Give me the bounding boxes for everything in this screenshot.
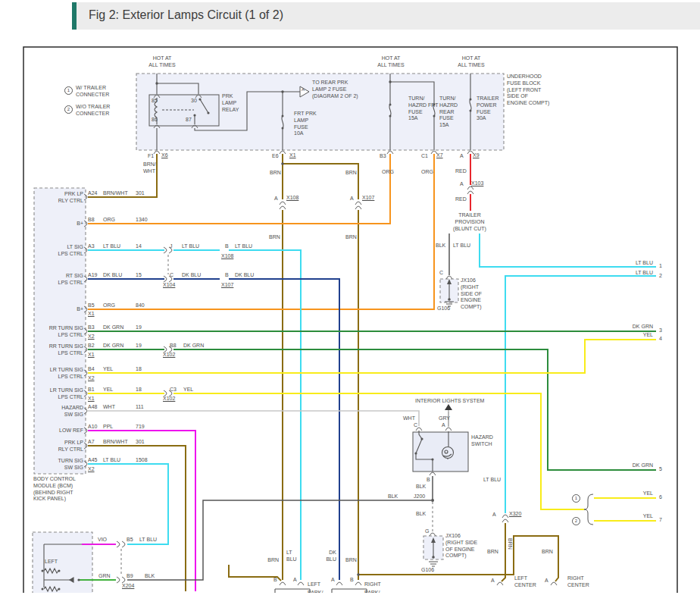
pin-c1: C1 xyxy=(421,153,428,160)
connector-x107-b: X107 xyxy=(221,282,233,289)
solid-boxes xyxy=(149,95,468,472)
connector-x1: X1 xyxy=(289,152,296,159)
bcm-pin: B3 xyxy=(88,324,95,331)
bcm-row-label: B+ xyxy=(32,221,83,227)
bcm-name-label: BODY CONTROL MODULE (BCM) (BEHIND RIGHT … xyxy=(33,476,76,503)
hot-at-label-1: HOT AT ALL TIMES xyxy=(139,55,185,69)
hazard-pin-a: A xyxy=(442,422,445,429)
pin-b9-x204: B9 xyxy=(127,573,133,580)
connector-x320: X320 xyxy=(509,511,521,518)
bcm-circuit: 15 xyxy=(136,272,142,279)
connector-x107: X107 xyxy=(362,195,374,202)
trailer-option-brace xyxy=(584,494,593,525)
hazard-switch-label: HAZARD SWITCH xyxy=(471,434,493,448)
connector-x7: X7 xyxy=(436,152,443,159)
pin-b-x107: B xyxy=(225,272,229,279)
bcm-wire-color: ORG xyxy=(103,302,115,309)
edge-wire-label-5: DK GRN xyxy=(609,462,653,469)
trailer-power-fuse-label: TRAILER POWER FUSE 30A xyxy=(477,96,499,122)
bcm-row-label: RR TURN SIG LPS CTRL xyxy=(32,325,83,339)
bcm-pin: B5 xyxy=(88,302,95,309)
pin-b3: B3 xyxy=(380,153,386,160)
wire-brn-x107-top: BRN xyxy=(345,170,357,177)
hot-at-label-2: HOT AT ALL TIMES xyxy=(368,55,414,69)
edge-wire-label-7: YEL xyxy=(609,513,653,520)
bcm-pin: A7 xyxy=(88,439,95,446)
edge-wire-label-1: LT BLU xyxy=(609,260,653,267)
edge-number-1: 1 xyxy=(659,263,662,270)
wire-wht-label: WHT xyxy=(403,415,415,422)
bcm-xcode: X2 xyxy=(88,334,95,340)
bcm-row-label: TURN SIG SW SIG xyxy=(32,458,83,472)
bcm-circuit: 301 xyxy=(136,439,145,446)
junction-dots xyxy=(42,80,472,590)
bcm-wire-color: BRN/WHT xyxy=(103,439,128,446)
connector-x102-b8: X102 xyxy=(163,352,175,359)
relay-pin-85: 85 xyxy=(152,98,158,105)
relay-pin-86: 86 xyxy=(152,117,158,124)
bcm-wire-color: DK GRN xyxy=(103,343,123,349)
bcm-wire-color: LT BLU xyxy=(103,243,120,250)
bcm-wire-color: PPL xyxy=(103,424,113,431)
bcm-row-label: HAZARD SW SIG xyxy=(32,405,83,418)
bcm-row-label: PRK LP RLY CTRL xyxy=(32,440,83,453)
pin-c-x104: C xyxy=(170,272,173,279)
bcm-wire-color: BRN/WHT xyxy=(103,190,128,197)
relay-pin-87: 87 xyxy=(186,117,192,124)
wire-blk-left: BLK xyxy=(388,494,398,500)
wire-vio-label: VIO xyxy=(98,537,107,544)
bcm-wire-color: DK GRN xyxy=(103,324,123,331)
prk-lamp-relay-label: PRK LAMP RELAY xyxy=(222,93,239,113)
underhood-fuse-block-label: UNDERHOOD FUSE BLOCK (LEFT FRONT SIDE OF… xyxy=(507,74,549,107)
pin-j: J xyxy=(170,243,173,250)
legend-2-label: W/O TRAILER CONNECTER xyxy=(76,104,110,118)
edge-number-7: 7 xyxy=(659,517,662,524)
bcm-circuit: 19 xyxy=(136,343,142,349)
trailer-provision-label: TRAILER PROVISION (BLUNT CUT) xyxy=(450,212,489,232)
wire-brn-rc: BRN xyxy=(542,549,553,556)
option-2-icon: 2 xyxy=(572,517,580,525)
wire-brnwht-label: BRN/ WHT xyxy=(143,161,156,175)
switch-left-label: LEFT xyxy=(45,559,58,566)
wires-blk xyxy=(127,233,449,580)
wire-brn-x107-bot: BRN xyxy=(345,234,357,241)
interior-lights-label: INTERIOR LIGHTS SYSTEM xyxy=(415,398,484,405)
connector-x103: X103 xyxy=(471,180,483,187)
pin-a-x320: A xyxy=(492,512,496,519)
edge-number-4: 4 xyxy=(659,336,662,343)
pin-a-x108: A xyxy=(274,196,278,202)
pin-c-jx106: C xyxy=(439,270,443,277)
wire-brn-x108-bot: BRN xyxy=(269,234,280,241)
component-boxes xyxy=(33,74,504,599)
bcm-wire-color: WHT xyxy=(103,404,115,411)
wiring-diagram-page: Fig 2: Exterior Lamps Circuit (1 of 2) xyxy=(0,0,700,611)
bcm-circuit: 14 xyxy=(136,243,142,250)
bcm-pin: B8 xyxy=(88,217,95,224)
pin-b-x108: B xyxy=(225,243,229,250)
bcm-row-label: LT SIG LPS CTRL xyxy=(32,244,83,258)
bcm-xcode: X1 xyxy=(88,396,95,403)
wire-ltblu-trailer: LT BLU xyxy=(453,243,470,249)
hazard-pin-c: C xyxy=(414,422,417,429)
wire-blk-trailer: BLK xyxy=(436,243,445,249)
bcm-row-label: RT SIG LPS CTRL xyxy=(32,273,83,287)
bcm-row-label: PRK LP RLY CTRL xyxy=(32,191,83,205)
pin-a-right-center: A xyxy=(545,578,548,584)
connector-x204: X204 xyxy=(122,583,134,590)
wire-grn-label: GRN xyxy=(98,573,111,580)
wire-dkblu-x107: DK BLU xyxy=(235,272,254,279)
bcm-pin: A24 xyxy=(88,190,97,197)
bcm-circuit: 19 xyxy=(136,324,142,331)
bcm-circuit: 111 xyxy=(136,404,144,411)
connector-x108-b: X108 xyxy=(221,253,233,260)
bottom-crop-mask xyxy=(0,593,700,611)
g106-lower-label: G106 xyxy=(421,567,434,574)
triangle-a-letter: A xyxy=(302,87,305,93)
bcm-pin: A10 xyxy=(88,424,97,431)
bcm-wire-color: DK BLU xyxy=(103,272,122,279)
wire-ltblu-x108: LT BLU xyxy=(235,243,252,250)
bcm-pin: B1 xyxy=(88,387,95,393)
pin-a-x9: A xyxy=(460,153,464,160)
bcm-xcode: X2 xyxy=(88,466,95,473)
wire-dkgrn-b8: DK GRN xyxy=(183,343,204,349)
